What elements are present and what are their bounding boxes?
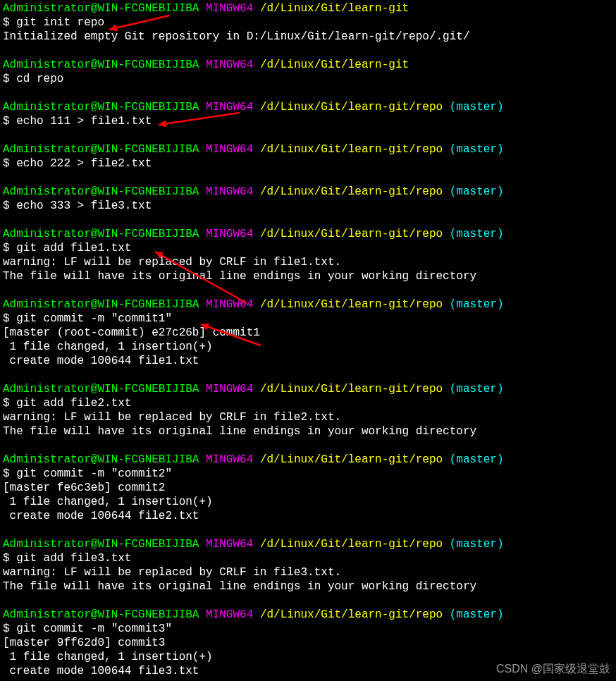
command-line: $ echo 333 > file3.txt [3, 199, 613, 213]
git-branch: (master) [450, 298, 504, 311]
cwd-path: /d/Linux/Git/learn-git/repo [260, 228, 443, 240]
command-block: Administrator@WIN-FCGNEBIJIBA MINGW64 /d… [3, 142, 613, 171]
output-line: Initialized empty Git repository in D:/L… [3, 30, 613, 44]
user-host: Administrator@WIN-FCGNEBIJIBA [3, 59, 199, 71]
git-branch: (master) [450, 538, 504, 551]
shell-name: MINGW64 [206, 101, 253, 114]
user-host: Administrator@WIN-FCGNEBIJIBA [3, 298, 199, 311]
user-host: Administrator@WIN-FCGNEBIJIBA [3, 538, 199, 551]
cwd-path: /d/Linux/Git/learn-git [260, 2, 409, 15]
user-host: Administrator@WIN-FCGNEBIJIBA [3, 143, 199, 156]
cwd-path: /d/Linux/Git/learn-git/repo [260, 453, 443, 466]
command-line: $ echo 222 > file2.txt [3, 157, 613, 171]
user-host: Administrator@WIN-FCGNEBIJIBA [3, 383, 199, 395]
command-line: $ git add file3.txt [3, 551, 613, 565]
cwd-path: /d/Linux/Git/learn-git/repo [260, 143, 443, 156]
command-block: Administrator@WIN-FCGNEBIJIBA MINGW64 /d… [3, 185, 613, 213]
git-branch: (master) [450, 143, 504, 156]
command-block: Administrator@WIN-FCGNEBIJIBA MINGW64 /d… [3, 537, 613, 594]
shell-name: MINGW64 [206, 228, 253, 240]
git-branch: (master) [450, 228, 504, 240]
command-block: Administrator@WIN-FCGNEBIJIBA MINGW64 /d… [3, 227, 613, 283]
user-host: Administrator@WIN-FCGNEBIJIBA [3, 228, 199, 240]
prompt-line: Administrator@WIN-FCGNEBIJIBA MINGW64 /d… [3, 453, 613, 467]
prompt-line: Administrator@WIN-FCGNEBIJIBA MINGW64 /d… [3, 382, 613, 396]
output-line: [master fe6c3eb] commit2 [3, 481, 613, 495]
cwd-path: /d/Linux/Git/learn-git/repo [260, 298, 443, 311]
git-branch: (master) [450, 101, 504, 114]
prompt-line: Administrator@WIN-FCGNEBIJIBA MINGW64 /d… [3, 537, 613, 551]
output-line: 1 file changed, 1 insertion(+) [3, 340, 613, 354]
cwd-path: /d/Linux/Git/learn-git/repo [260, 101, 443, 114]
prompt-line: Administrator@WIN-FCGNEBIJIBA MINGW64 /d… [3, 608, 613, 622]
command-line: $ git commit -m "commit2" [3, 467, 613, 481]
output-line: [master (root-commit) e27c26b] commit1 [3, 326, 613, 340]
cwd-path: /d/Linux/Git/learn-git/repo [260, 185, 443, 198]
git-branch: (master) [450, 185, 504, 198]
shell-name: MINGW64 [206, 453, 253, 466]
output-line: The file will have its original line end… [3, 424, 613, 438]
user-host: Administrator@WIN-FCGNEBIJIBA [3, 101, 199, 114]
prompt-line: Administrator@WIN-FCGNEBIJIBA MINGW64 /d… [3, 58, 613, 72]
command-line: $ git add file1.txt [3, 241, 613, 255]
prompt-line: Administrator@WIN-FCGNEBIJIBA MINGW64 /d… [3, 185, 613, 199]
watermark-text: CSDN @国家级退堂鼓 [496, 662, 610, 677]
prompt-line: Administrator@WIN-FCGNEBIJIBA MINGW64 /d… [3, 227, 613, 241]
command-block: Administrator@WIN-FCGNEBIJIBA MINGW64 /d… [3, 58, 613, 86]
shell-name: MINGW64 [206, 143, 253, 156]
prompt-line: Administrator@WIN-FCGNEBIJIBA MINGW64 /d… [3, 100, 613, 114]
shell-name: MINGW64 [206, 538, 253, 551]
output-line: The file will have its original line end… [3, 579, 613, 594]
command-line: $ git init repo [3, 16, 613, 30]
git-branch: (master) [450, 383, 504, 395]
user-host: Administrator@WIN-FCGNEBIJIBA [3, 608, 199, 621]
command-line: $ git commit -m "commit1" [3, 312, 613, 326]
output-line: The file will have its original line end… [3, 269, 613, 283]
user-host: Administrator@WIN-FCGNEBIJIBA [3, 453, 199, 466]
shell-name: MINGW64 [206, 2, 253, 15]
prompt-line: Administrator@WIN-FCGNEBIJIBA MINGW64 /d… [3, 142, 613, 157]
cwd-path: /d/Linux/Git/learn-git/repo [260, 608, 443, 621]
output-line: warning: LF will be replaced by CRLF in … [3, 255, 613, 269]
terminal-window[interactable]: Administrator@WIN-FCGNEBIJIBA MINGW64 /d… [0, 0, 616, 681]
shell-name: MINGW64 [206, 59, 253, 71]
shell-name: MINGW64 [206, 608, 253, 621]
cwd-path: /d/Linux/Git/learn-git/repo [260, 383, 443, 395]
prompt-line: Administrator@WIN-FCGNEBIJIBA MINGW64 /d… [3, 297, 613, 312]
user-host: Administrator@WIN-FCGNEBIJIBA [3, 2, 199, 15]
cwd-path: /d/Linux/Git/learn-git/repo [260, 538, 443, 551]
user-host: Administrator@WIN-FCGNEBIJIBA [3, 185, 199, 198]
cwd-path: /d/Linux/Git/learn-git [260, 59, 409, 71]
output-line: warning: LF will be replaced by CRLF in … [3, 565, 613, 579]
command-line: $ echo 111 > file1.txt [3, 114, 613, 128]
git-branch: (master) [450, 453, 504, 466]
command-block: Administrator@WIN-FCGNEBIJIBA MINGW64 /d… [3, 382, 613, 438]
command-block: Administrator@WIN-FCGNEBIJIBA MINGW64 /d… [3, 297, 613, 368]
prompt-line: Administrator@WIN-FCGNEBIJIBA MINGW64 /d… [3, 1, 613, 16]
command-block: Administrator@WIN-FCGNEBIJIBA MINGW64 /d… [3, 1, 613, 44]
output-line: warning: LF will be replaced by CRLF in … [3, 410, 613, 424]
command-line: $ git add file2.txt [3, 396, 613, 410]
command-line: $ cd repo [3, 72, 613, 86]
output-line: create mode 100644 file1.txt [3, 354, 613, 368]
command-block: Administrator@WIN-FCGNEBIJIBA MINGW64 /d… [3, 453, 613, 523]
output-line: create mode 100644 file2.txt [3, 509, 613, 523]
shell-name: MINGW64 [206, 185, 253, 198]
shell-name: MINGW64 [206, 298, 253, 311]
git-branch: (master) [450, 608, 504, 621]
command-line: $ git commit -m "commit3" [3, 622, 613, 636]
output-line: [master 9ff62d0] commit3 [3, 636, 613, 650]
output-line: 1 file changed, 1 insertion(+) [3, 495, 613, 509]
command-block: Administrator@WIN-FCGNEBIJIBA MINGW64 /d… [3, 100, 613, 128]
shell-name: MINGW64 [206, 383, 253, 395]
